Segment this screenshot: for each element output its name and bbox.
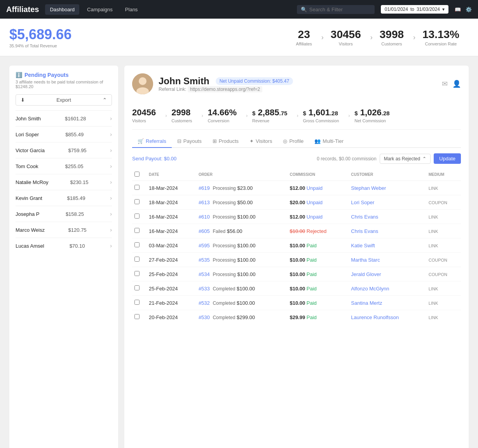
affiliate-row-lucas-amsel[interactable]: Lucas Amsel $70.10 ›	[16, 238, 112, 254]
row-checkbox[interactable]	[134, 228, 140, 233]
affiliate-name: Victor Garcia	[16, 148, 45, 153]
row-commission: $10.00 Paid	[287, 296, 349, 310]
row-commission: $12.00 Unpaid	[287, 181, 349, 195]
order-link[interactable]: #535	[199, 257, 210, 263]
nav-plans[interactable]: Plans	[120, 4, 143, 15]
referral-url[interactable]: https://demo.storeapps.org/?ref=2	[188, 86, 262, 92]
tab-products[interactable]: ⊞ Products	[207, 135, 244, 148]
tab-profile[interactable]: ◎ Profile	[277, 135, 309, 148]
nav-campaigns[interactable]: Campaigns	[82, 4, 117, 15]
affiliate-name: Lucas Amsel	[16, 243, 44, 249]
customer-link[interactable]: Lori Soper	[351, 200, 374, 205]
email-icon[interactable]: ✉	[442, 80, 448, 88]
table-row: 27-Feb-2024 #535 Processing $100.00 $10.…	[132, 253, 461, 267]
customer-link[interactable]: Laurence Runolfsson	[351, 314, 399, 320]
tab-multitier[interactable]: 👥 Multi-Tier	[309, 135, 349, 148]
tab-visitors[interactable]: ✦ Visitors	[244, 135, 277, 148]
profile-actions: ✉ 👤	[442, 80, 461, 88]
customer-link[interactable]: Katie Swift	[351, 243, 375, 248]
row-customer: Martha Starc	[349, 253, 426, 267]
conversion-label: Conversion Rate	[422, 42, 459, 46]
date-range-picker[interactable]: 01/01/2024 to 31/03/2024 ▾	[381, 5, 448, 14]
affiliate-row-kevin-grant[interactable]: Kevin Grant $185.49 ›	[16, 190, 112, 206]
sidebar: ℹ️ Pending Payouts 3 affiliate needs to …	[9, 66, 118, 448]
referrals-icon: 🛒	[138, 138, 144, 144]
row-checkbox[interactable]	[134, 285, 140, 290]
affiliate-amount: $70.10	[70, 243, 85, 249]
chevron-right-icon: ›	[110, 115, 112, 122]
order-link[interactable]: #532	[199, 300, 210, 306]
order-link[interactable]: #530	[199, 314, 210, 320]
date-from: 01/01/2024	[385, 7, 408, 12]
row-customer: Chris Evans	[349, 210, 426, 224]
row-commission: $29.99 Paid	[287, 310, 349, 325]
nav-dashboard[interactable]: Dashboard	[45, 4, 79, 15]
affiliate-row-lori-soper[interactable]: Lori Soper $855.49 ›	[16, 126, 112, 142]
customer-link[interactable]: Chris Evans	[351, 214, 378, 220]
row-checkbox[interactable]	[134, 257, 140, 262]
revenue-number: 5,689.66	[17, 26, 72, 42]
col-date: DATE	[147, 168, 196, 181]
update-button[interactable]: Update	[434, 153, 461, 164]
settings-icon[interactable]: ⚙️	[466, 7, 472, 12]
affiliate-row-victor-garcia[interactable]: Victor Garcia $759.95 ›	[16, 142, 112, 158]
chevron-right-icon: ›	[110, 195, 112, 201]
order-link[interactable]: #533	[199, 286, 210, 292]
export-chevron-icon: ⌃	[103, 97, 107, 103]
row-checkbox[interactable]	[134, 242, 140, 247]
row-checkbox[interactable]	[134, 185, 140, 190]
tab-payouts[interactable]: ⊟ Payouts	[172, 135, 207, 148]
customer-link[interactable]: Alfonzo McGlynn	[351, 286, 389, 292]
row-checkbox[interactable]	[134, 199, 140, 204]
customer-link[interactable]: Martha Starc	[351, 257, 380, 263]
export-button[interactable]: ⬇ Export ⌃	[16, 94, 112, 106]
select-all-checkbox[interactable]	[134, 172, 140, 177]
row-medium: COUPON	[426, 195, 461, 210]
order-link[interactable]: #613	[199, 200, 210, 205]
row-checkbox[interactable]	[134, 271, 140, 276]
order-link[interactable]: #619	[199, 185, 210, 191]
user-icon[interactable]: 👤	[452, 80, 461, 88]
send-payout-button[interactable]: Send Payout: $0.00	[132, 156, 176, 161]
row-checkbox[interactable]	[134, 214, 140, 219]
row-customer: Lori Soper	[349, 195, 426, 210]
col-order: ORDER	[196, 168, 288, 181]
search-bar[interactable]: 🔍	[297, 5, 375, 14]
row-customer: Jerald Glover	[349, 267, 426, 281]
affiliate-row-josepha-p[interactable]: Josepha P $158.25 ›	[16, 206, 112, 222]
book-icon[interactable]: 📖	[455, 7, 461, 12]
stat-gross-label: Gross Commission	[303, 118, 339, 123]
row-date: 20-Feb-2024	[147, 310, 196, 325]
row-commission: $10.00 Paid	[287, 281, 349, 296]
affiliate-amount: $759.95	[68, 148, 87, 153]
affiliate-row-natalie-mcroy[interactable]: Natalie McRoy $230.15 ›	[16, 174, 112, 190]
row-order: #534 Processing $100.00	[196, 267, 288, 281]
affiliate-row-john-smith[interactable]: John Smith $1601.28 ›	[16, 110, 112, 126]
customer-link[interactable]: Santina Mertz	[351, 300, 382, 306]
row-commission: $10.00 Rejected	[287, 224, 349, 238]
order-link[interactable]: #605	[199, 228, 210, 234]
table-row: 03-Mar-2024 #595 Processing $100.00 $10.…	[132, 238, 461, 253]
row-checkbox[interactable]	[134, 314, 140, 319]
order-link[interactable]: #534	[199, 271, 210, 277]
affiliate-row-tom-cook[interactable]: Tom Cook $255.05 ›	[16, 158, 112, 174]
customer-link[interactable]: Stephan Weber	[351, 185, 386, 191]
order-link[interactable]: #610	[199, 214, 210, 220]
stat-revenue-label: Revenue	[252, 118, 287, 123]
revenue-value: $5,689.66	[9, 26, 72, 43]
tab-referrals[interactable]: 🛒 Referrals	[132, 135, 172, 148]
metric-visitors: 30456 Visitors	[321, 28, 370, 46]
profile-header: John Smith Net Unpaid Commission: $405.4…	[132, 73, 461, 94]
row-checkbox[interactable]	[134, 300, 140, 305]
chevron-right-icon: ›	[110, 211, 112, 217]
products-icon: ⊞	[213, 138, 217, 144]
search-input[interactable]	[309, 7, 371, 12]
affiliate-row-marco-weisz[interactable]: Marco Weisz $120.75 ›	[16, 222, 112, 238]
status-dropdown[interactable]: Mark as Rejected ⌃	[380, 154, 431, 164]
metric-affiliates: 23 Affiliates	[286, 28, 321, 46]
order-link[interactable]: #595	[199, 243, 210, 248]
customer-link[interactable]: Chris Evans	[351, 228, 378, 234]
stat-visitors-label: Visitors	[132, 118, 156, 123]
row-date: 25-Feb-2024	[147, 281, 196, 296]
customer-link[interactable]: Jerald Glover	[351, 271, 381, 277]
